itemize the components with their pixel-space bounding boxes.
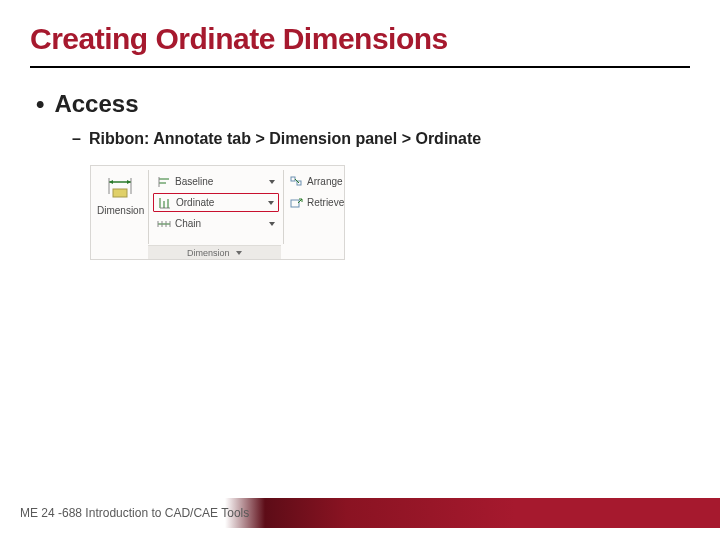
- slide: Creating Ordinate Dimensions •Access –Ri…: [0, 0, 720, 540]
- baseline-button[interactable]: Baseline: [153, 172, 279, 191]
- arrange-button[interactable]: Arrange: [289, 172, 343, 191]
- chain-label: Chain: [175, 218, 265, 229]
- retrieve-label: Retrieve: [307, 197, 344, 208]
- bullet-path-text: Ribbon: Annotate tab > Dimension panel >…: [89, 130, 481, 147]
- dropdown-arrow-icon[interactable]: [268, 200, 274, 206]
- svg-rect-26: [291, 200, 299, 207]
- ordinate-label: Ordinate: [176, 197, 264, 208]
- svg-marker-2: [127, 180, 131, 184]
- arrange-label: Arrange: [307, 176, 343, 187]
- retrieve-button[interactable]: Retrieve: [289, 193, 343, 212]
- panel-label-text: Dimension: [187, 248, 230, 258]
- bullet-access: •Access: [36, 90, 138, 118]
- dropdown-arrow-icon[interactable]: [269, 221, 275, 227]
- ordinate-button[interactable]: Ordinate: [153, 193, 279, 212]
- dimension-split-button[interactable]: Dimension: [97, 172, 142, 230]
- panel-expand-icon: [236, 250, 242, 256]
- svg-marker-9: [269, 180, 275, 184]
- separator: [283, 170, 284, 244]
- bullet-path: –Ribbon: Annotate tab > Dimension panel …: [72, 130, 481, 148]
- dropdown-arrow-icon[interactable]: [269, 179, 275, 185]
- ordinate-icon: [158, 196, 172, 210]
- baseline-icon: [157, 175, 171, 189]
- svg-marker-28: [236, 251, 242, 255]
- svg-marker-1: [109, 180, 113, 184]
- title-underline: [30, 66, 690, 68]
- bullet-dash-icon: –: [72, 130, 81, 148]
- svg-marker-22: [269, 222, 275, 226]
- slide-title: Creating Ordinate Dimensions: [30, 22, 448, 56]
- right-column: Arrange Retrieve: [289, 172, 343, 214]
- svg-rect-5: [113, 189, 127, 197]
- retrieve-icon: [289, 196, 303, 210]
- svg-marker-14: [268, 201, 274, 205]
- baseline-label: Baseline: [175, 176, 265, 187]
- footer-text: ME 24 -688 Introduction to CAD/CAE Tools: [20, 506, 249, 520]
- dimension-button-label: Dimension: [97, 205, 142, 216]
- separator: [148, 170, 149, 244]
- bullet-access-text: Access: [54, 90, 138, 117]
- chain-button[interactable]: Chain: [153, 214, 279, 233]
- dimension-icon: [105, 172, 135, 202]
- bullet-dot-icon: •: [36, 90, 44, 118]
- footer-bar: ME 24 -688 Introduction to CAD/CAE Tools: [0, 498, 720, 528]
- chain-icon: [157, 217, 171, 231]
- arrange-icon: [289, 175, 303, 189]
- panel-label[interactable]: Dimension: [148, 245, 281, 259]
- ribbon-screenshot: Dimension Baseline Ordinate Chain: [90, 165, 345, 260]
- footer-red-bar: [265, 498, 720, 528]
- svg-rect-23: [291, 177, 295, 181]
